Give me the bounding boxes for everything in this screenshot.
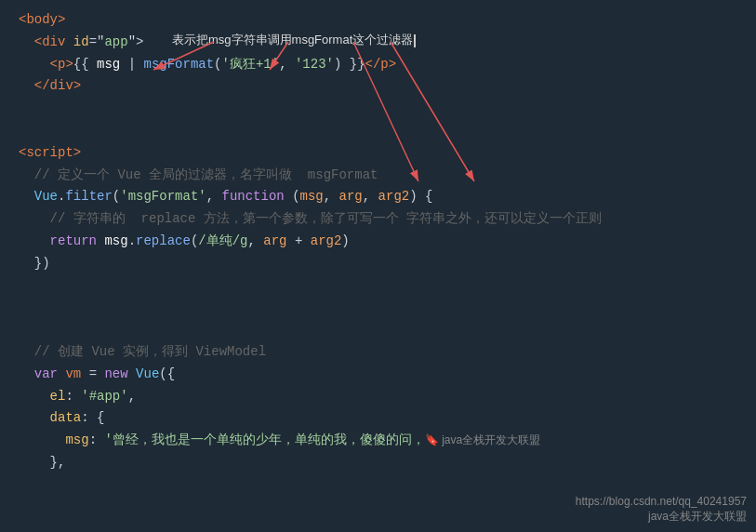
- code-line-13: [19, 275, 737, 298]
- code-line-21: },: [19, 452, 737, 474]
- code-line-4: </div>: [19, 75, 737, 98]
- code-line-12: }): [19, 253, 737, 275]
- code-line-5: [19, 98, 737, 120]
- watermark-url: https://blog.csdn.net/qq_40241957: [576, 495, 747, 508]
- code-line-20: msg: '曾经，我也是一个单纯的少年，单纯的我，傻傻的问，🔖 java全栈开发…: [19, 430, 737, 452]
- code-line-2: <div id="app">表示把msg字符串调用msgFormat这个过滤器: [19, 32, 737, 54]
- code-editor: <body> <div id="app">表示把msg字符串调用msgForma…: [0, 0, 756, 484]
- code-line-11: return msg.replace(/单纯/g, arg + arg2): [19, 231, 737, 253]
- code-line-17: var vm = new Vue({: [19, 364, 737, 386]
- code-line-10: // 字符串的 replace 方法，第一个参数，除了可写一个 字符串之外，还可…: [19, 208, 737, 231]
- code-line-7: <script>: [19, 142, 737, 165]
- code-line-6: [19, 120, 737, 142]
- tag-body-open: <body>: [19, 12, 65, 27]
- code-line-1: <body>: [19, 9, 737, 32]
- code-line-15: [19, 319, 737, 341]
- code-line-3: <p>{{ msg | msgFormat('疯狂+1', '123') }}<…: [19, 54, 737, 76]
- watermark-name: java全栈开发大联盟: [648, 509, 747, 525]
- code-line-19: data: {: [19, 407, 737, 430]
- code-line-18: el: '#app',: [19, 386, 737, 408]
- tag-div-open: <div: [34, 34, 73, 49]
- code-line-14: [19, 297, 737, 319]
- code-line-8: // 定义一个 Vue 全局的过滤器，名字叫做 msgFormat: [19, 165, 737, 187]
- code-line-16: // 创建 Vue 实例，得到 ViewModel: [19, 341, 737, 364]
- code-line-9: Vue.filter('msgFormat', function (msg, a…: [19, 186, 737, 208]
- annotation-text: 表示把msg字符串调用msgFormat这个过滤器: [172, 30, 416, 50]
